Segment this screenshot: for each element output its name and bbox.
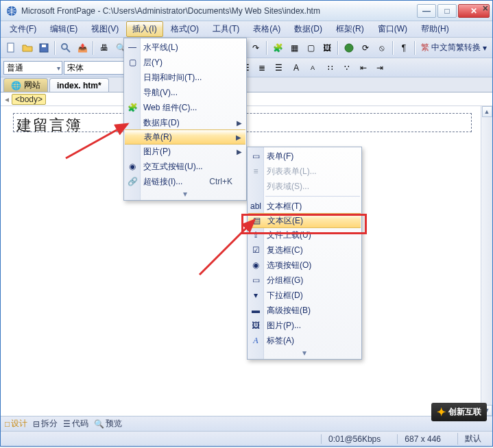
svg-rect-3 xyxy=(42,45,46,47)
align-right-button[interactable]: ≣ xyxy=(254,60,269,75)
advbutton-icon: ▬ xyxy=(250,305,261,316)
fileupload-icon: ⇪ xyxy=(250,229,261,240)
form-submenu-dropdown: ▭表单(F) ≡列表表单(L)... 列表域(S)... abl文本框(T) ▤… xyxy=(247,147,362,360)
form-textarea[interactable]: ▤文本区(E) xyxy=(248,213,361,228)
minimize-button[interactable]: — xyxy=(417,4,436,18)
menu-data[interactable]: 数据(D) xyxy=(288,21,328,37)
save-button[interactable] xyxy=(36,40,51,55)
svg-line-5 xyxy=(67,49,70,52)
titlebar: Microsoft FrontPage - C:\Users\Administr… xyxy=(1,1,492,21)
form-image[interactable]: 🖼图片(P)... xyxy=(248,318,361,333)
form-menu-expand-icon[interactable]: ▾ xyxy=(248,348,361,358)
insert-layer[interactable]: ▢层(Y) xyxy=(124,55,246,70)
form-listform: ≡列表表单(L)... xyxy=(248,164,361,179)
refresh-button[interactable]: ⟳ xyxy=(358,40,373,55)
insert-picture[interactable]: 图片(P)▶ xyxy=(124,144,246,159)
status-speed: 0:01@56Kbps xyxy=(321,434,387,444)
form-listfield: 列表域(S)... xyxy=(248,179,361,194)
insert-hr[interactable]: —水平线(L) xyxy=(124,40,246,55)
select-icon: ▾ xyxy=(250,290,261,301)
picture-button[interactable]: 🖼 xyxy=(320,40,335,55)
stop-button[interactable]: ⦸ xyxy=(374,40,389,55)
align-justify-button[interactable]: ☰ xyxy=(271,60,286,75)
groupbox-icon: ▭ xyxy=(250,275,261,286)
insert-interactive-button[interactable]: ◉交互式按钮(U)... xyxy=(124,159,246,174)
form-checkbox[interactable]: ☑复选框(C) xyxy=(248,242,361,258)
split-view[interactable]: ⊟拆分 xyxy=(33,418,58,430)
open-button[interactable] xyxy=(20,40,35,55)
form-fileupload[interactable]: ⇪文件上载(U) xyxy=(248,227,361,242)
increase-font-button[interactable]: A xyxy=(289,60,304,75)
form-groupbox[interactable]: ▭分组框(G) xyxy=(248,273,361,288)
site-tab[interactable]: 🌐 网站 xyxy=(3,78,48,92)
form-radio[interactable]: ◉选项按钮(O) xyxy=(248,258,361,273)
maximize-button[interactable]: □ xyxy=(437,4,457,18)
layer-icon: ▢ xyxy=(127,57,138,68)
path-left-arrow[interactable]: ◂ xyxy=(5,95,9,104)
form-label[interactable]: A标签(A) xyxy=(248,333,361,348)
menu-file[interactable]: 文件(F) xyxy=(3,21,43,37)
app-window: Microsoft FrontPage - C:\Users\Administr… xyxy=(0,0,493,447)
interactive-icon: ◉ xyxy=(127,161,138,172)
form-select[interactable]: ▾下拉框(D) xyxy=(248,288,361,303)
scroll-up-button[interactable]: ▲ xyxy=(482,106,492,117)
code-view[interactable]: ☰代码 xyxy=(63,418,88,430)
hyperlink-button[interactable] xyxy=(341,40,357,55)
find-button[interactable] xyxy=(58,40,73,55)
form-form[interactable]: ▭表单(F) xyxy=(248,149,361,164)
insert-datetime[interactable]: 日期和时间(T)... xyxy=(124,70,246,85)
vertical-scrollbar[interactable]: ▲ ▼ xyxy=(481,106,492,416)
hr-icon: — xyxy=(127,42,138,53)
file-tab[interactable]: index. htm* xyxy=(49,78,109,92)
convert-encoding-button[interactable]: 繁 中文简繁转换 ▾ xyxy=(418,42,490,53)
table-button[interactable]: ▦ xyxy=(287,40,302,55)
menu-table[interactable]: 表格(A) xyxy=(247,21,287,37)
bullet-list-button[interactable]: ∵ xyxy=(339,60,354,75)
indent-button[interactable]: ⇥ xyxy=(372,60,387,75)
style-combo[interactable]: 普通 xyxy=(3,61,62,75)
imagefield-icon: 🖼 xyxy=(250,320,261,331)
menu-edit[interactable]: 编辑(E) xyxy=(44,21,84,37)
menu-help[interactable]: 帮助(H) xyxy=(415,21,455,37)
numbered-list-button[interactable]: ∷ xyxy=(323,60,338,75)
status-dimensions: 687 x 446 xyxy=(397,434,448,444)
body-tag[interactable]: <body> xyxy=(12,94,46,105)
insert-form[interactable]: 表单(R)▶ xyxy=(125,129,245,145)
close-tab-button[interactable]: × xyxy=(483,3,488,14)
preview-view[interactable]: 🔍预览 xyxy=(94,418,122,430)
svg-point-4 xyxy=(62,44,67,49)
decrease-font-button[interactable]: A xyxy=(305,60,320,75)
menu-tools[interactable]: 工具(T) xyxy=(206,21,245,37)
form-textbox[interactable]: abl文本框(T) xyxy=(248,199,361,214)
outdent-button[interactable]: ⇤ xyxy=(356,60,371,75)
menu-view[interactable]: 视图(V) xyxy=(85,21,125,37)
menu-format[interactable]: 格式(O) xyxy=(165,21,205,37)
window-controls: — □ ✕ xyxy=(417,4,490,18)
insert-navigation[interactable]: 导航(V)... xyxy=(124,85,246,100)
insert-database[interactable]: 数据库(D)▶ xyxy=(124,115,246,130)
window-title: Microsoft FrontPage - C:\Users\Administr… xyxy=(21,6,417,16)
new-button[interactable] xyxy=(3,40,19,55)
insert-web-component[interactable]: 🧩Web 组件(C)... xyxy=(124,100,246,115)
insert-hyperlink[interactable]: 🔗超链接(I)...Ctrl+K xyxy=(124,174,246,189)
insert-menu-expand-icon[interactable]: ▾ xyxy=(124,189,246,199)
layer-button[interactable]: ▢ xyxy=(303,40,318,55)
hyperlink-icon: 🔗 xyxy=(127,176,138,187)
label-icon: A xyxy=(250,335,261,346)
textarea-icon: ▤ xyxy=(251,215,262,226)
svg-rect-1 xyxy=(8,43,14,52)
menu-window[interactable]: 窗口(W) xyxy=(372,21,413,37)
web-component-button[interactable]: 🧩 xyxy=(270,40,285,55)
svg-point-6 xyxy=(345,44,353,52)
show-all-button[interactable]: ¶ xyxy=(396,40,411,55)
redo-button[interactable]: ↷ xyxy=(248,40,263,55)
status-mode: 默认 xyxy=(457,433,488,445)
publish-button[interactable]: 📤 xyxy=(75,40,90,55)
design-view[interactable]: □设计 xyxy=(5,418,27,430)
print-button[interactable]: 🖶 xyxy=(97,40,112,55)
menu-frame[interactable]: 框架(R) xyxy=(330,21,370,37)
status-bar: 0:01@56Kbps 687 x 446 默认 xyxy=(1,431,492,446)
textbox-icon: abl xyxy=(250,201,261,212)
menu-insert[interactable]: 插入(I) xyxy=(126,21,163,37)
form-advbutton[interactable]: ▬高级按钮(B) xyxy=(248,303,361,318)
